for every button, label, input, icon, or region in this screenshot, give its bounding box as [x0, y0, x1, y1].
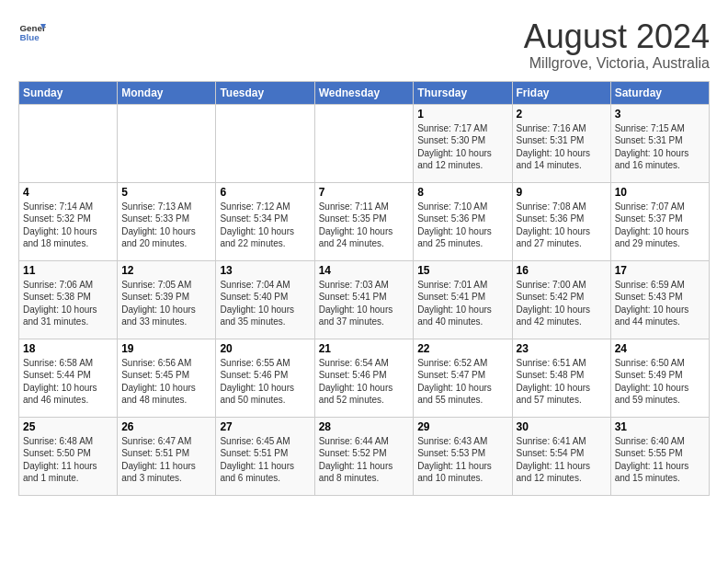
day-info: Sunrise: 6:54 AM Sunset: 5:46 PM Dayligh…	[319, 357, 410, 407]
day-number: 12	[121, 264, 211, 277]
day-number: 10	[615, 186, 705, 199]
day-info: Sunrise: 6:50 AM Sunset: 5:49 PM Dayligh…	[615, 357, 705, 407]
day-info: Sunrise: 6:56 AM Sunset: 5:45 PM Dayligh…	[121, 357, 211, 407]
calendar-week-2: 4Sunrise: 7:14 AM Sunset: 5:32 PM Daylig…	[19, 182, 710, 260]
day-number: 18	[23, 342, 113, 355]
month-year-title: August 2024	[524, 18, 710, 55]
calendar-cell: 26Sunrise: 6:47 AM Sunset: 5:51 PM Dayli…	[118, 417, 216, 495]
calendar-cell: 4Sunrise: 7:14 AM Sunset: 5:32 PM Daylig…	[19, 182, 118, 260]
day-info: Sunrise: 6:43 AM Sunset: 5:53 PM Dayligh…	[417, 435, 507, 485]
day-number: 3	[615, 108, 705, 121]
svg-text:Blue: Blue	[20, 32, 40, 42]
calendar-cell: 5Sunrise: 7:13 AM Sunset: 5:33 PM Daylig…	[118, 182, 216, 260]
day-number: 1	[417, 108, 507, 121]
day-info: Sunrise: 7:00 AM Sunset: 5:42 PM Dayligh…	[517, 279, 607, 328]
calendar-cell: 3Sunrise: 7:15 AM Sunset: 5:31 PM Daylig…	[610, 104, 709, 182]
day-info: Sunrise: 7:14 AM Sunset: 5:32 PM Dayligh…	[23, 201, 113, 250]
day-header-saturday: Saturday	[610, 81, 709, 104]
day-number: 20	[220, 342, 310, 355]
calendar-cell: 11Sunrise: 7:06 AM Sunset: 5:38 PM Dayli…	[19, 260, 118, 339]
calendar-cell: 15Sunrise: 7:01 AM Sunset: 5:41 PM Dayli…	[414, 260, 512, 339]
calendar-cell: 29Sunrise: 6:43 AM Sunset: 5:53 PM Dayli…	[414, 417, 512, 495]
day-info: Sunrise: 6:48 AM Sunset: 5:50 PM Dayligh…	[23, 435, 113, 485]
day-info: Sunrise: 6:59 AM Sunset: 5:43 PM Dayligh…	[615, 279, 705, 328]
day-number: 5	[121, 186, 211, 199]
day-info: Sunrise: 7:07 AM Sunset: 5:37 PM Dayligh…	[615, 201, 705, 250]
day-number: 27	[220, 420, 310, 433]
day-header-tuesday: Tuesday	[216, 81, 314, 104]
day-number: 8	[417, 186, 507, 199]
calendar-cell: 28Sunrise: 6:44 AM Sunset: 5:52 PM Dayli…	[314, 417, 414, 495]
calendar-cell: 24Sunrise: 6:50 AM Sunset: 5:49 PM Dayli…	[610, 339, 709, 417]
day-info: Sunrise: 7:16 AM Sunset: 5:31 PM Dayligh…	[517, 122, 607, 172]
calendar-cell: 30Sunrise: 6:41 AM Sunset: 5:54 PM Dayli…	[512, 417, 610, 495]
calendar-week-3: 11Sunrise: 7:06 AM Sunset: 5:38 PM Dayli…	[19, 260, 710, 339]
day-info: Sunrise: 6:52 AM Sunset: 5:47 PM Dayligh…	[417, 357, 507, 407]
calendar-cell: 7Sunrise: 7:11 AM Sunset: 5:35 PM Daylig…	[314, 182, 414, 260]
logo: General Blue	[18, 18, 46, 46]
day-number: 2	[517, 108, 607, 121]
day-number: 9	[517, 186, 607, 199]
calendar-cell: 27Sunrise: 6:45 AM Sunset: 5:51 PM Dayli…	[216, 417, 314, 495]
calendar-cell: 1Sunrise: 7:17 AM Sunset: 5:30 PM Daylig…	[414, 104, 512, 182]
day-header-wednesday: Wednesday	[314, 81, 414, 104]
day-info: Sunrise: 7:17 AM Sunset: 5:30 PM Dayligh…	[417, 122, 507, 172]
day-info: Sunrise: 7:04 AM Sunset: 5:40 PM Dayligh…	[220, 279, 310, 328]
day-info: Sunrise: 7:13 AM Sunset: 5:33 PM Dayligh…	[121, 201, 211, 250]
calendar-cell: 2Sunrise: 7:16 AM Sunset: 5:31 PM Daylig…	[512, 104, 610, 182]
calendar-cell: 22Sunrise: 6:52 AM Sunset: 5:47 PM Dayli…	[414, 339, 512, 417]
day-info: Sunrise: 7:08 AM Sunset: 5:36 PM Dayligh…	[517, 201, 607, 250]
day-number: 4	[23, 186, 113, 199]
calendar-cell: 9Sunrise: 7:08 AM Sunset: 5:36 PM Daylig…	[512, 182, 610, 260]
day-number: 15	[417, 264, 507, 277]
day-info: Sunrise: 6:58 AM Sunset: 5:44 PM Dayligh…	[23, 357, 113, 407]
page-header: General Blue August 2024 Millgrove, Vict…	[18, 18, 710, 72]
calendar-cell: 18Sunrise: 6:58 AM Sunset: 5:44 PM Dayli…	[19, 339, 118, 417]
calendar-header: SundayMondayTuesdayWednesdayThursdayFrid…	[19, 81, 710, 104]
day-number: 17	[615, 264, 705, 277]
day-number: 14	[319, 264, 410, 277]
day-number: 16	[517, 264, 607, 277]
calendar-cell: 31Sunrise: 6:40 AM Sunset: 5:55 PM Dayli…	[610, 417, 709, 495]
calendar-cell: 25Sunrise: 6:48 AM Sunset: 5:50 PM Dayli…	[19, 417, 118, 495]
day-header-monday: Monday	[118, 81, 216, 104]
day-number: 26	[121, 420, 211, 433]
calendar-table: SundayMondayTuesdayWednesdayThursdayFrid…	[18, 81, 710, 496]
day-number: 21	[319, 342, 410, 355]
calendar-week-5: 25Sunrise: 6:48 AM Sunset: 5:50 PM Dayli…	[19, 417, 710, 495]
title-block: August 2024 Millgrove, Victoria, Austral…	[524, 18, 710, 72]
calendar-cell: 21Sunrise: 6:54 AM Sunset: 5:46 PM Dayli…	[314, 339, 414, 417]
day-number: 23	[517, 342, 607, 355]
day-header-friday: Friday	[512, 81, 610, 104]
day-info: Sunrise: 7:05 AM Sunset: 5:39 PM Dayligh…	[121, 279, 211, 328]
day-info: Sunrise: 6:40 AM Sunset: 5:55 PM Dayligh…	[615, 435, 705, 485]
logo-icon: General Blue	[18, 18, 46, 46]
day-info: Sunrise: 6:47 AM Sunset: 5:51 PM Dayligh…	[121, 435, 211, 485]
day-info: Sunrise: 7:01 AM Sunset: 5:41 PM Dayligh…	[417, 279, 507, 328]
day-info: Sunrise: 7:11 AM Sunset: 5:35 PM Dayligh…	[319, 201, 410, 250]
day-header-thursday: Thursday	[414, 81, 512, 104]
day-info: Sunrise: 7:10 AM Sunset: 5:36 PM Dayligh…	[417, 201, 507, 250]
day-info: Sunrise: 6:51 AM Sunset: 5:48 PM Dayligh…	[517, 357, 607, 407]
day-number: 24	[615, 342, 705, 355]
calendar-body: 1Sunrise: 7:17 AM Sunset: 5:30 PM Daylig…	[19, 104, 710, 495]
day-number: 11	[23, 264, 113, 277]
day-number: 31	[615, 420, 705, 433]
day-info: Sunrise: 6:45 AM Sunset: 5:51 PM Dayligh…	[220, 435, 310, 485]
calendar-cell: 17Sunrise: 6:59 AM Sunset: 5:43 PM Dayli…	[610, 260, 709, 339]
day-info: Sunrise: 6:55 AM Sunset: 5:46 PM Dayligh…	[220, 357, 310, 407]
calendar-cell: 23Sunrise: 6:51 AM Sunset: 5:48 PM Dayli…	[512, 339, 610, 417]
day-info: Sunrise: 7:12 AM Sunset: 5:34 PM Dayligh…	[220, 201, 310, 250]
location-subtitle: Millgrove, Victoria, Australia	[524, 55, 710, 72]
calendar-cell: 6Sunrise: 7:12 AM Sunset: 5:34 PM Daylig…	[216, 182, 314, 260]
day-number: 30	[517, 420, 607, 433]
day-info: Sunrise: 7:15 AM Sunset: 5:31 PM Dayligh…	[615, 122, 705, 172]
day-info: Sunrise: 6:44 AM Sunset: 5:52 PM Dayligh…	[319, 435, 410, 485]
calendar-week-1: 1Sunrise: 7:17 AM Sunset: 5:30 PM Daylig…	[19, 104, 710, 182]
day-number: 7	[319, 186, 410, 199]
day-number: 6	[220, 186, 310, 199]
calendar-cell: 10Sunrise: 7:07 AM Sunset: 5:37 PM Dayli…	[610, 182, 709, 260]
calendar-cell	[118, 104, 216, 182]
calendar-cell: 20Sunrise: 6:55 AM Sunset: 5:46 PM Dayli…	[216, 339, 314, 417]
day-header-sunday: Sunday	[19, 81, 118, 104]
